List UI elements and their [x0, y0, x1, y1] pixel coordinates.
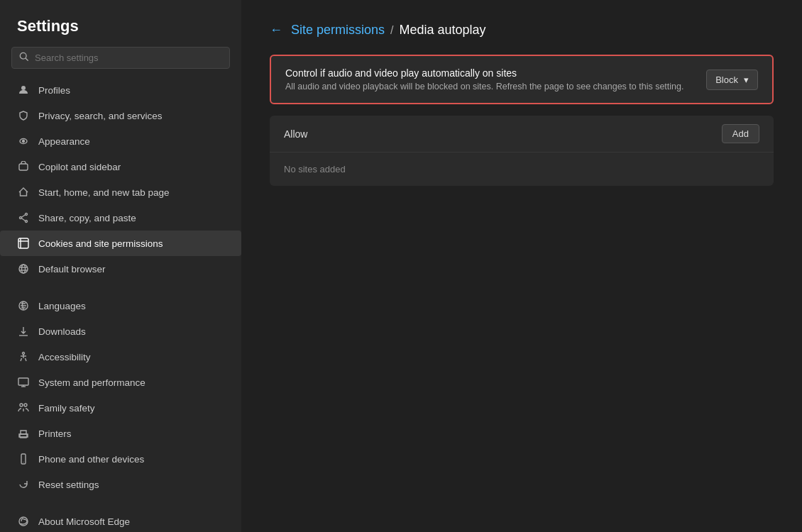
family-icon: [17, 401, 30, 414]
sidebar-item-system[interactable]: System and performance: [0, 370, 241, 395]
sidebar-item-label: Accessibility: [38, 352, 91, 362]
add-button[interactable]: Add: [722, 124, 759, 143]
svg-point-4: [23, 140, 25, 143]
sidebar-item-label: Copilot and sidebar: [38, 162, 121, 172]
edge-icon: [17, 515, 30, 528]
block-dropdown[interactable]: Block ▾: [706, 70, 758, 90]
language-icon: [17, 299, 30, 312]
sidebar-item-label: Languages: [38, 301, 86, 311]
sidebar: Settings Profiles Privacy, search, and s…: [0, 0, 241, 532]
no-sites-text: No sites added: [270, 153, 774, 186]
back-button[interactable]: ←: [270, 23, 282, 38]
sidebar-item-label: Privacy, search, and services: [38, 111, 163, 121]
sidebar-item-reset[interactable]: Reset settings: [0, 472, 241, 497]
setting-card-title: Control if audio and video play automati…: [285, 67, 683, 79]
main-content: ← Site permissions / Media autoplay Cont…: [241, 0, 802, 532]
sidebar-item-about[interactable]: About Microsoft Edge: [0, 509, 241, 532]
phone-icon: [17, 453, 30, 465]
search-icon: [19, 52, 29, 64]
sidebar-item-label: Start, home, and new tab page: [38, 187, 170, 198]
sidebar-item-cookies[interactable]: Cookies and site permissions: [0, 231, 241, 256]
sidebar-item-label: Downloads: [38, 326, 86, 337]
chevron-down-icon: ▾: [744, 74, 749, 85]
sidebar-title: Settings: [0, 11, 241, 47]
system-icon: [17, 376, 30, 389]
setting-card-description: All audio and video playback will be blo…: [285, 82, 683, 92]
breadcrumb-separator: /: [390, 24, 393, 37]
svg-point-8: [20, 217, 22, 219]
reset-icon: [17, 478, 30, 491]
sidebar-item-family[interactable]: Family safety: [0, 395, 241, 421]
breadcrumb-link[interactable]: Site permissions: [291, 23, 385, 38]
shield-icon: [17, 109, 30, 122]
svg-point-6: [26, 214, 28, 216]
sidebar-item-label: Default browser: [38, 264, 106, 275]
svg-line-10: [22, 218, 26, 221]
sidebar-item-appearance[interactable]: Appearance: [0, 128, 241, 154]
sidebar-item-label: Appearance: [38, 136, 90, 147]
sidebar-item-label: System and performance: [38, 377, 145, 388]
svg-rect-5: [19, 164, 28, 170]
person-icon: [17, 84, 30, 96]
accessibility-icon: [17, 350, 30, 363]
setting-card-text: Control if audio and video play automati…: [285, 67, 683, 92]
nav-group-top: Profiles Privacy, search, and services A…: [0, 77, 241, 282]
cookies-icon: [17, 237, 30, 250]
sidebar-item-label: Share, copy, and paste: [38, 213, 136, 223]
sidebar-item-label: Printers: [38, 428, 72, 439]
home-icon: [17, 186, 30, 199]
svg-rect-11: [18, 238, 28, 248]
nav-group-bottom: About Microsoft Edge: [0, 509, 241, 532]
dropdown-label: Block: [715, 74, 738, 85]
browser-icon: [17, 262, 30, 275]
svg-point-25: [20, 404, 23, 406]
svg-point-14: [19, 265, 28, 273]
allow-section: Allow Add No sites added: [270, 116, 774, 186]
sidebar-item-label: Reset settings: [38, 480, 99, 490]
svg-point-20: [23, 353, 25, 355]
printer-icon: [17, 427, 30, 440]
sidebar-item-label: Profiles: [38, 85, 70, 96]
sidebar-item-profiles[interactable]: Profiles: [0, 77, 241, 103]
svg-rect-22: [18, 378, 28, 385]
sidebar-item-share-copy[interactable]: Share, copy, and paste: [0, 205, 241, 231]
sidebar-item-label: Phone and other devices: [38, 454, 144, 465]
media-autoplay-card: Control if audio and video play automati…: [270, 55, 774, 104]
sidebar-item-accessibility[interactable]: Accessibility: [0, 344, 241, 370]
svg-rect-28: [21, 454, 26, 464]
search-input[interactable]: [35, 52, 222, 63]
eye-icon: [17, 135, 30, 148]
nav-group-middle: Languages Downloads Accessibility System…: [0, 293, 241, 497]
svg-point-2: [21, 86, 26, 90]
sidebar-item-languages[interactable]: Languages: [0, 293, 241, 318]
svg-point-7: [26, 221, 28, 223]
sidebar-item-default-browser[interactable]: Default browser: [0, 256, 241, 282]
copilot-icon: [17, 160, 30, 173]
sidebar-item-phone[interactable]: Phone and other devices: [0, 446, 241, 472]
svg-line-1: [26, 58, 28, 60]
sidebar-item-start-home[interactable]: Start, home, and new tab page: [0, 179, 241, 205]
allow-label: Allow: [284, 128, 307, 140]
download-icon: [17, 325, 30, 338]
sidebar-item-label: About Microsoft Edge: [38, 516, 130, 527]
sidebar-item-label: Family safety: [38, 403, 95, 414]
allow-header: Allow Add: [270, 116, 774, 153]
search-box[interactable]: [11, 47, 230, 69]
breadcrumb-current: Media autoplay: [400, 23, 486, 38]
svg-point-26: [24, 404, 27, 406]
svg-point-17: [22, 265, 26, 273]
sidebar-item-privacy[interactable]: Privacy, search, and services: [0, 103, 241, 128]
sidebar-item-printers[interactable]: Printers: [0, 421, 241, 446]
breadcrumb: ← Site permissions / Media autoplay: [270, 23, 774, 38]
sidebar-item-copilot[interactable]: Copilot and sidebar: [0, 154, 241, 179]
sidebar-item-label: Cookies and site permissions: [38, 238, 163, 249]
svg-line-9: [22, 215, 26, 218]
share-icon: [17, 211, 30, 224]
sidebar-item-downloads[interactable]: Downloads: [0, 318, 241, 344]
